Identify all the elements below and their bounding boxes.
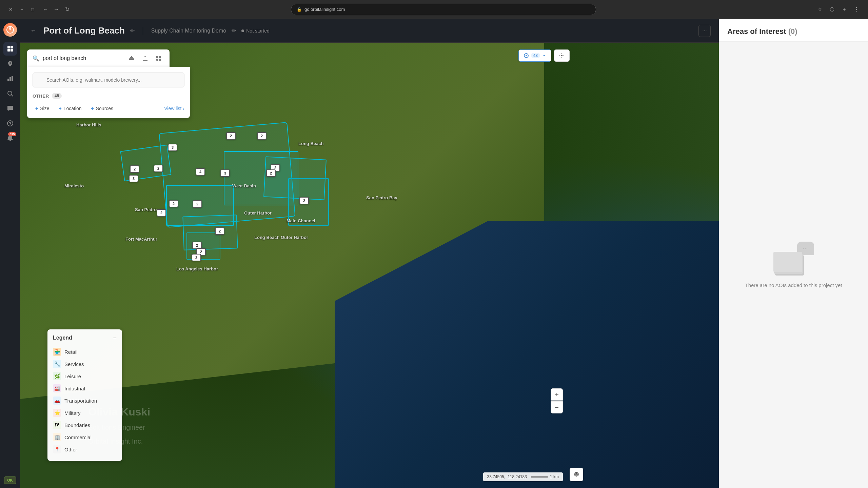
map-pin-pin18[interactable]: 2 — [192, 254, 201, 261]
svg-rect-3 — [7, 49, 10, 52]
right-panel-title: Areas of Interest (0) — [727, 27, 860, 36]
zoom-out-btn[interactable]: − — [551, 401, 563, 413]
legend-header: Legend − — [53, 335, 117, 341]
sidebar-map-icon[interactable] — [3, 57, 17, 70]
divider — [143, 27, 143, 35]
svg-marker-12 — [129, 56, 134, 59]
map-pin-pin7[interactable]: 3 — [129, 175, 138, 182]
sidebar-analytics-icon[interactable] — [3, 72, 17, 85]
aoi-manager-btn[interactable] — [153, 53, 164, 64]
legend-icon-military: ⭐ — [53, 409, 61, 417]
sidebar-search-icon[interactable] — [3, 87, 17, 100]
legend-item-boundaries[interactable]: 🗺 Boundaries — [53, 419, 117, 431]
app-logo[interactable] — [3, 23, 17, 37]
legend-icon-transportation: 🚗 — [53, 396, 61, 405]
settings-btn[interactable]: ⋮ — [852, 5, 861, 14]
draw-tool-btn[interactable] — [126, 53, 137, 64]
refresh-btn[interactable]: ↻ — [62, 5, 72, 14]
right-panel: Areas of Interest (0) There are no AOIs … — [719, 19, 868, 488]
search-bar[interactable]: 🔍 — [27, 49, 170, 67]
map-pin-pin5[interactable]: 4 — [196, 168, 205, 176]
back-button[interactable]: ← — [28, 26, 38, 36]
location-filter-btn[interactable]: + Location — [56, 104, 84, 113]
legend-item-retail[interactable]: 🏪 Retail — [53, 346, 117, 358]
ok-button[interactable]: OK — [4, 476, 16, 484]
map-settings-btn[interactable] — [554, 49, 570, 62]
forward-nav-btn[interactable]: → — [52, 5, 61, 14]
notification-badge: 395 — [8, 132, 16, 136]
legend-label-retail: Retail — [64, 349, 77, 355]
other-count-row: OTHER 48 — [33, 93, 184, 99]
map-pin-pin12[interactable]: 2 — [193, 200, 202, 208]
upload-btn[interactable] — [140, 53, 151, 64]
legend-label-other: Other — [64, 447, 77, 452]
map-pin-pin2[interactable]: 2 — [257, 132, 267, 140]
legend-item-services[interactable]: 🔧 Services — [53, 358, 117, 370]
legend-item-leisure[interactable]: 🌿 Leisure — [53, 370, 117, 382]
back-nav-btn[interactable]: ← — [41, 5, 50, 14]
count-filter-btn[interactable]: 48 — [518, 49, 551, 62]
legend-item-industrial[interactable]: 🏭 Industrial — [53, 382, 117, 394]
page-title: Port of Long Beach — [43, 25, 125, 36]
url-text: go.orbitalinsight.com — [304, 7, 345, 12]
minimize-btn[interactable]: − — [18, 5, 26, 14]
legend-item-commercial[interactable]: 🏢 Commercial — [53, 431, 117, 443]
extensions-btn[interactable]: ⬡ — [827, 5, 837, 14]
zoom-in-btn[interactable]: + — [551, 388, 563, 401]
map-pin-pin1[interactable]: 2 — [226, 132, 236, 140]
sidebar-notification-icon[interactable]: 395 — [3, 131, 17, 145]
legend-minimize-btn[interactable]: − — [113, 335, 117, 341]
map-pin-pin10[interactable]: 3 — [220, 169, 230, 177]
sidebar-home-icon[interactable] — [3, 42, 17, 56]
other-count-badge: 48 — [52, 93, 62, 99]
svg-rect-15 — [159, 56, 161, 58]
svg-text:?: ? — [9, 121, 11, 126]
sidebar-help-icon[interactable]: ? — [3, 117, 17, 130]
browser-window-controls: ✕ − □ — [7, 5, 37, 14]
dropdown-panel: 🔍 OTHER 48 + Size — [27, 67, 190, 118]
demo-edit-icon[interactable]: ✏ — [232, 27, 236, 34]
map-pin-pin11[interactable]: 2 — [169, 200, 178, 207]
size-filter-btn[interactable]: + Size — [33, 104, 52, 113]
close-btn[interactable]: ✕ — [7, 5, 15, 14]
title-edit-icon[interactable]: ✏ — [130, 27, 135, 34]
legend-title: Legend — [53, 335, 72, 341]
legend-label-industrial: Industrial — [64, 386, 85, 391]
map-pin-pin15[interactable]: 2 — [215, 227, 224, 235]
legend-icon-boundaries: 🗺 — [53, 421, 61, 429]
new-tab-btn[interactable]: + — [840, 5, 849, 14]
svg-rect-14 — [156, 56, 158, 58]
sources-filter-btn[interactable]: + Sources — [88, 104, 116, 113]
legend-item-military[interactable]: ⭐ Military — [53, 407, 117, 419]
top-bar: ← Port of Long Beach ✏ Supply Chain Moni… — [20, 19, 719, 43]
empty-state-text: There are no AOIs added to this project … — [745, 282, 842, 288]
legend-item-other[interactable]: 📍 Other — [53, 443, 117, 455]
status-badge: Not started — [241, 28, 269, 34]
svg-rect-7 — [12, 76, 13, 81]
legend-icon-leisure: 🌿 — [53, 372, 61, 380]
map-area[interactable]: 223242322322222222 Long BeachSan Pedro B… — [20, 43, 719, 488]
maximize-btn[interactable]: □ — [28, 5, 37, 14]
address-bar[interactable]: 🔒 go.orbitalinsight.com — [291, 4, 596, 15]
map-pin-pin13[interactable]: 2 — [299, 197, 309, 204]
layers-button[interactable] — [570, 468, 583, 481]
map-pin-pin6[interactable]: 2 — [130, 165, 139, 173]
legend-label-military: Military — [64, 410, 81, 416]
zoom-controls: + − — [551, 388, 563, 413]
view-list-btn[interactable]: View list › — [164, 106, 184, 111]
demo-label: Supply Chain Monitoring Demo — [151, 28, 226, 34]
search-input[interactable] — [43, 55, 123, 61]
other-label: OTHER — [33, 94, 49, 99]
search-aoi-input[interactable] — [33, 73, 184, 87]
map-pin-pin9[interactable]: 2 — [266, 169, 276, 177]
map-pin-pin4[interactable]: 2 — [154, 165, 163, 172]
svg-rect-16 — [156, 59, 158, 61]
legend-label-services: Services — [64, 361, 84, 367]
legend-icon-retail: 🏪 — [53, 348, 61, 356]
map-pin-pin14[interactable]: 2 — [157, 209, 166, 217]
sidebar-chat-icon[interactable] — [3, 102, 17, 115]
map-pin-pin3[interactable]: 3 — [168, 144, 177, 151]
legend-item-transportation[interactable]: 🚗 Transportation — [53, 394, 117, 407]
more-options-button[interactable]: ··· — [698, 25, 711, 37]
bookmark-btn[interactable]: ☆ — [815, 5, 825, 14]
